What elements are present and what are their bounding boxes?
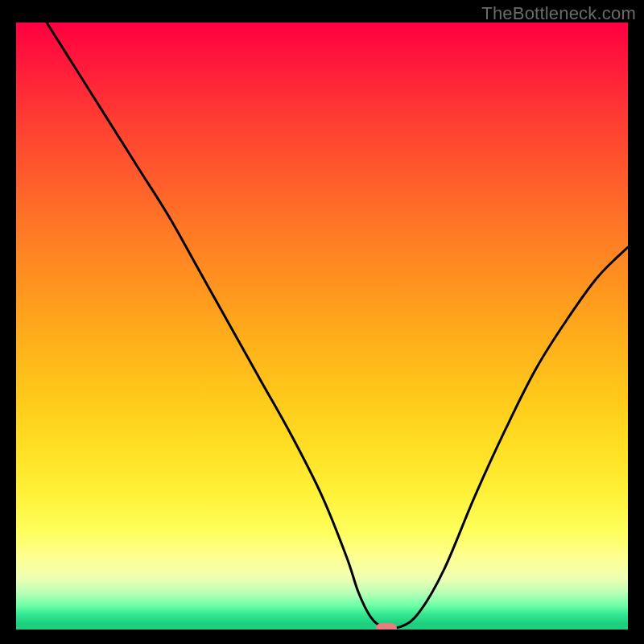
chart-frame: TheBottleneck.com: [0, 0, 644, 644]
optimal-marker: [376, 623, 397, 630]
watermark-label: TheBottleneck.com: [481, 3, 636, 24]
bottleneck-curve: [16, 23, 628, 630]
plot-area: [16, 23, 628, 630]
